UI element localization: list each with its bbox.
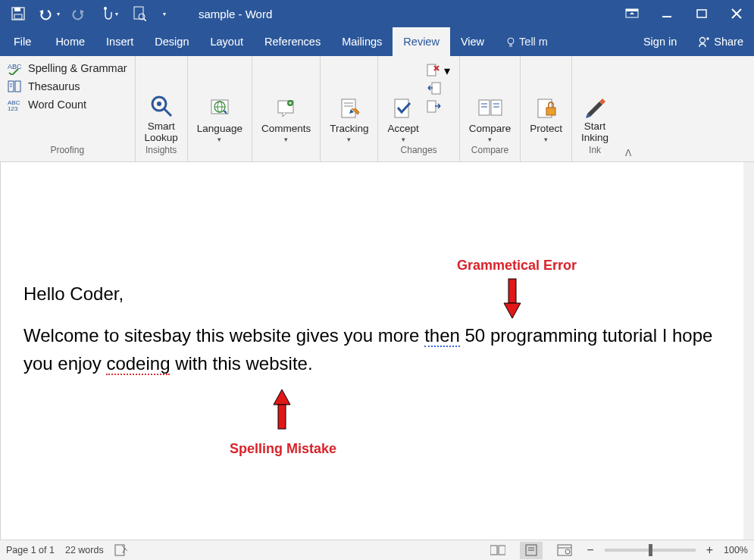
- ribbon-display-button[interactable]: [615, 0, 649, 27]
- group-proofing-label: Proofing: [0, 145, 135, 161]
- maximize-button[interactable]: [684, 0, 719, 27]
- next-change-button[interactable]: [425, 99, 452, 115]
- tab-review[interactable]: Review: [393, 27, 450, 56]
- arrow-up-icon: [271, 388, 293, 430]
- tab-layout[interactable]: Layout: [199, 27, 254, 56]
- status-bar: Page 1 of 1 22 words − + 100%: [0, 540, 754, 560]
- svg-point-13: [508, 38, 514, 44]
- tell-me[interactable]: Tell m: [495, 27, 558, 56]
- group-ink-label: Ink: [572, 145, 618, 161]
- grammar-error-word[interactable]: then: [424, 325, 460, 347]
- chevron-down-icon: ▾: [488, 136, 492, 143]
- inking-label: Start Inking: [581, 120, 609, 143]
- doc-greeting[interactable]: Hello Coder,: [23, 280, 728, 308]
- doc-paragraph[interactable]: Welcome to sitesbay this website gives y…: [23, 321, 728, 377]
- accept-button[interactable]: Accept ▾: [383, 59, 423, 145]
- svg-rect-55: [278, 405, 286, 429]
- reject-button[interactable]: ▾: [425, 62, 452, 79]
- scrollbar-thumb[interactable]: [745, 162, 752, 208]
- group-changes: Accept ▾ ▾ Changes: [378, 56, 459, 161]
- tab-mailings[interactable]: Mailings: [331, 27, 393, 56]
- read-mode-button[interactable]: [487, 542, 509, 559]
- tab-design[interactable]: Design: [144, 27, 199, 56]
- touch-mode-button[interactable]: ▾: [95, 0, 123, 27]
- share-button[interactable]: Share: [687, 27, 754, 56]
- tab-view[interactable]: View: [450, 27, 495, 56]
- language-button[interactable]: Language ▾: [192, 59, 247, 145]
- print-layout-button[interactable]: [520, 542, 543, 559]
- word-count-indicator[interactable]: 22 words: [65, 545, 104, 555]
- word-count-label: Word Count: [28, 99, 86, 111]
- compare-label: Compare: [469, 123, 512, 134]
- svg-point-64: [565, 549, 570, 554]
- minimize-button[interactable]: [649, 0, 684, 27]
- page-indicator[interactable]: Page 1 of 1: [6, 545, 55, 555]
- ribbon: ABC Spelling & Grammar Thesaurus ABC123 …: [0, 56, 754, 162]
- customize-qat-button[interactable]: ▾: [156, 0, 171, 27]
- web-layout-icon: [557, 544, 572, 556]
- save-button[interactable]: [5, 0, 32, 27]
- sign-in-button[interactable]: Sign in: [633, 27, 687, 56]
- chevron-down-icon: ▾: [217, 136, 221, 143]
- print-preview-button[interactable]: [126, 0, 153, 27]
- undo-button[interactable]: ▾: [35, 0, 62, 27]
- tab-file[interactable]: File: [0, 27, 45, 56]
- doc-text: Welcome to sitesbay this website gives y…: [23, 325, 424, 346]
- svg-rect-57: [490, 546, 497, 555]
- word-count-button[interactable]: ABC123 Word Count: [5, 98, 130, 111]
- group-language: Language ▾: [188, 56, 252, 161]
- chevron-down-icon: ▾: [115, 11, 118, 17]
- zoom-slider-thumb[interactable]: [649, 544, 652, 556]
- touch-icon: [100, 6, 114, 21]
- zoom-level[interactable]: 100%: [724, 545, 748, 555]
- start-inking-button[interactable]: Start Inking: [577, 59, 613, 145]
- spelling-grammar-label: Spelling & Grammar: [28, 62, 127, 74]
- arrow-down-icon: [501, 277, 524, 320]
- smart-lookup-button[interactable]: Smart Lookup: [140, 59, 183, 145]
- reject-icon: [427, 63, 442, 78]
- share-icon: [698, 36, 710, 48]
- protect-button[interactable]: Protect ▾: [525, 59, 567, 145]
- previous-change-button[interactable]: [425, 80, 452, 97]
- zoom-in-button[interactable]: +: [706, 543, 713, 557]
- bulb-icon: [505, 36, 516, 47]
- svg-rect-2: [14, 14, 22, 19]
- close-button[interactable]: [719, 0, 754, 27]
- group-protect: Protect ▾: [521, 56, 572, 161]
- tab-insert[interactable]: Insert: [95, 27, 144, 56]
- tab-references[interactable]: References: [254, 27, 331, 56]
- protect-label: Protect: [530, 123, 562, 134]
- svg-text:123: 123: [8, 105, 18, 111]
- tracking-label: Tracking: [330, 123, 368, 134]
- zoom-slider[interactable]: [605, 549, 696, 552]
- comments-button[interactable]: Comments ▾: [257, 59, 315, 145]
- zoom-out-button[interactable]: −: [587, 543, 593, 557]
- group-ink: Start Inking Ink: [572, 56, 618, 161]
- group-insights: Smart Lookup Insights: [136, 56, 188, 161]
- chevron-down-icon: ▾: [57, 11, 60, 17]
- spelling-grammar-button[interactable]: ABC Spelling & Grammar: [5, 61, 130, 75]
- group-tracking-label: [321, 145, 377, 161]
- proofing-status-icon[interactable]: [114, 544, 128, 556]
- document-area[interactable]: Hello Coder, Welcome to sitesbay this we…: [0, 162, 754, 540]
- magnify-icon: [149, 93, 174, 119]
- comments-label: Comments: [261, 123, 311, 134]
- group-tracking: Tracking ▾: [321, 56, 378, 161]
- spelling-error-word[interactable]: codeing: [106, 353, 170, 375]
- collapse-ribbon-button[interactable]: ᐱ: [618, 56, 639, 161]
- annotation-spelling-label: Spelling Mistake: [230, 441, 336, 457]
- group-proofing: ABC Spelling & Grammar Thesaurus ABC123 …: [0, 56, 136, 161]
- tab-home[interactable]: Home: [45, 27, 95, 56]
- document-page: Hello Coder, Welcome to sitesbay this we…: [1, 162, 743, 378]
- svg-point-16: [700, 38, 706, 43]
- thesaurus-label: Thesaurus: [28, 80, 80, 92]
- web-layout-button[interactable]: [553, 542, 576, 559]
- thesaurus-icon: [8, 80, 24, 93]
- redo-button[interactable]: [65, 0, 92, 27]
- tracking-button[interactable]: Tracking ▾: [325, 59, 373, 145]
- group-comments-label: [252, 145, 320, 161]
- accept-icon: [392, 97, 415, 120]
- thesaurus-button[interactable]: Thesaurus: [5, 80, 130, 93]
- compare-button[interactable]: Compare ▾: [465, 59, 516, 145]
- svg-rect-21: [15, 81, 20, 92]
